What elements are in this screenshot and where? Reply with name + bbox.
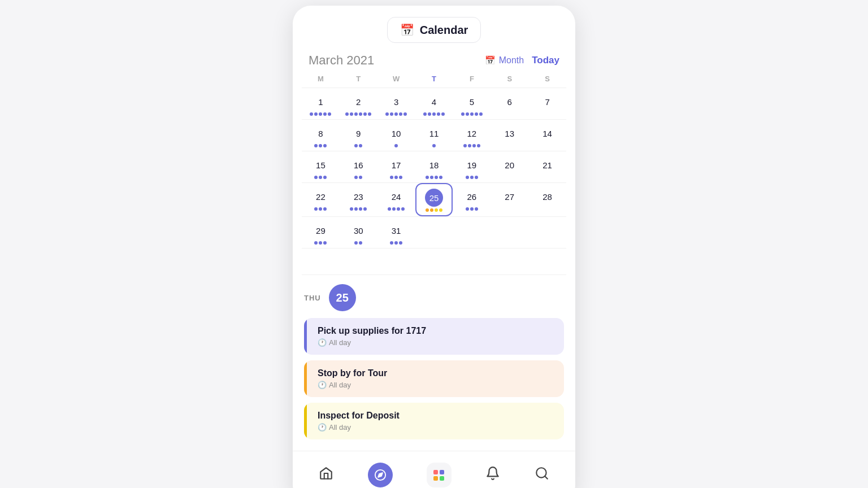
day-cell-16[interactable]: 16	[340, 151, 377, 182]
day-cell-12[interactable]: 12	[453, 120, 491, 151]
event-time: 🕐All day	[313, 338, 555, 347]
day-cell-15[interactable]: 15	[302, 151, 340, 182]
dot-purple-0	[466, 176, 469, 179]
day-number	[463, 221, 481, 239]
day-dots	[390, 176, 402, 179]
dot-purple-2	[399, 241, 402, 245]
day-number: 23	[349, 188, 367, 206]
day-dots	[314, 207, 327, 211]
apps-grid-icon	[427, 463, 452, 487]
svg-line-3	[545, 476, 548, 479]
apps-dot-1	[433, 470, 438, 474]
dot-purple-0	[461, 112, 465, 116]
day-dots	[350, 207, 367, 211]
day-dots	[394, 144, 398, 147]
event-card-event-1[interactable]: Pick up supplies for 1717🕐All day	[304, 318, 564, 355]
week-row-2: 15161718192021	[302, 151, 566, 182]
day-cell-3[interactable]: 3	[377, 88, 415, 119]
day-cell-empty	[453, 249, 491, 274]
dot-purple-4	[441, 112, 445, 116]
day-cell-14[interactable]: 14	[528, 120, 566, 151]
clock-icon: 🕐	[318, 423, 327, 432]
day-cell-19[interactable]: 19	[453, 151, 491, 182]
nav-item-home[interactable]	[311, 463, 341, 487]
week-row-1: 891011121314	[302, 119, 566, 151]
day-cell-27[interactable]: 27	[491, 183, 528, 216]
day-cell-8[interactable]: 8	[302, 120, 340, 151]
clock-icon: 🕐	[318, 381, 327, 389]
day-cell-11[interactable]: 11	[415, 120, 453, 151]
month-view-button[interactable]: 📅 Month	[485, 55, 524, 66]
day-dots	[314, 241, 327, 245]
day-dots	[354, 241, 362, 245]
week-row-0: 1234567	[302, 88, 566, 119]
event-title: Pick up supplies for 1717	[313, 326, 555, 336]
calendar-grid: MTWTFSS 12345678910111213141516171819202…	[293, 71, 575, 275]
day-cell-4[interactable]: 4	[415, 88, 453, 119]
dot-purple-0	[350, 207, 353, 211]
day-cell-23[interactable]: 23	[340, 183, 377, 216]
day-cell-21[interactable]: 21	[528, 151, 566, 182]
event-card-event-3[interactable]: Inspect for Deposit🕐All day	[304, 403, 564, 439]
dot-purple-2	[435, 176, 438, 179]
app-title: Calendar	[420, 24, 468, 37]
day-number: 11	[425, 124, 443, 142]
month-nav: March 2021 📅 Month Today	[293, 47, 575, 71]
events-list: Pick up supplies for 1717🕐All dayStop by…	[304, 318, 564, 439]
header: 📅 Calendar	[293, 6, 575, 47]
day-cell-24[interactable]: 24	[377, 183, 415, 216]
day-header-f4: F	[453, 71, 491, 86]
day-number: 25	[425, 189, 443, 207]
dot-purple-5	[368, 112, 371, 116]
day-cell-29[interactable]: 29	[302, 217, 340, 248]
day-cell-1[interactable]: 1	[302, 88, 340, 119]
day-cell-6[interactable]: 6	[491, 88, 528, 119]
event-time-text: All day	[329, 423, 351, 432]
dot-purple-1	[359, 176, 362, 179]
day-cell-26[interactable]: 26	[453, 183, 491, 216]
today-button[interactable]: Today	[532, 55, 559, 66]
day-number	[387, 253, 405, 271]
compass-icon	[368, 463, 393, 487]
day-cell-5[interactable]: 5	[453, 88, 491, 119]
week-row-5	[302, 248, 566, 275]
day-cell-30[interactable]: 30	[340, 217, 377, 248]
day-cell-10[interactable]: 10	[377, 120, 415, 151]
month-year-label: March 2021	[309, 53, 374, 68]
day-number: 14	[539, 124, 557, 142]
day-cell-18[interactable]: 18	[415, 151, 453, 182]
event-card-event-2[interactable]: Stop by for Tour🕐All day	[304, 360, 564, 397]
dot-purple-0	[385, 112, 389, 116]
day-dots	[432, 144, 436, 147]
nav-item-notifications[interactable]	[478, 463, 508, 487]
day-cell-25[interactable]: 25	[415, 183, 453, 216]
nav-item-explore[interactable]	[360, 459, 401, 488]
dot-purple-1	[394, 176, 398, 179]
dot-purple-2	[354, 112, 358, 116]
day-cell-7[interactable]: 7	[528, 88, 566, 119]
dot-purple-4	[363, 112, 367, 116]
day-cell-22[interactable]: 22	[302, 183, 340, 216]
nav-item-apps[interactable]	[419, 459, 459, 488]
calendar-icon: 📅	[400, 23, 414, 37]
day-dots	[310, 112, 331, 116]
day-cell-20[interactable]: 20	[491, 151, 528, 182]
day-cell-28[interactable]: 28	[528, 183, 566, 216]
nav-item-search[interactable]	[527, 463, 557, 487]
day-cell-9[interactable]: 9	[340, 120, 377, 151]
day-cell-31[interactable]: 31	[377, 217, 415, 248]
dot-purple-3	[401, 207, 405, 211]
week-row-4: 293031	[302, 216, 566, 248]
day-header-s5: S	[491, 71, 528, 86]
day-cell-13[interactable]: 13	[491, 120, 528, 151]
day-number: 3	[387, 93, 405, 111]
day-number	[539, 221, 557, 239]
day-cell-2[interactable]: 2	[340, 88, 377, 119]
weeks-container: 1234567891011121314151617181920212223242…	[302, 88, 566, 275]
dot-purple-1	[314, 112, 318, 116]
dot-purple-1	[354, 207, 358, 211]
dot-purple-1	[394, 241, 398, 245]
dot-purple-1	[359, 144, 362, 147]
day-cell-17[interactable]: 17	[377, 151, 415, 182]
calendar-title-button[interactable]: 📅 Calendar	[387, 17, 481, 43]
